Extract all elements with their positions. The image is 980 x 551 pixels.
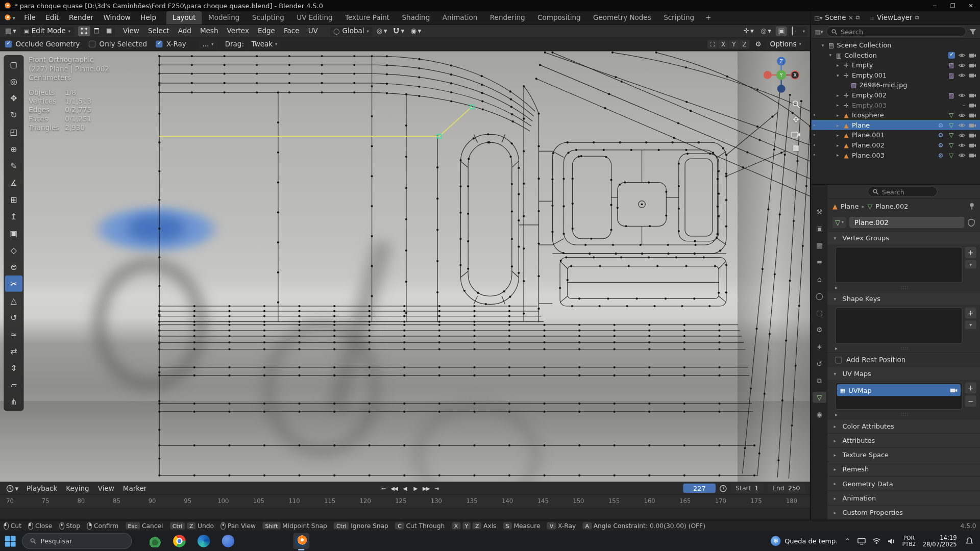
move-tool[interactable]: ✥ (5, 90, 22, 106)
properties-tab-object[interactable]: ▢ (813, 307, 826, 318)
viewport-menu-mesh[interactable]: Mesh (195, 27, 223, 35)
outliner-row-plane[interactable]: •▸▲Plane⚙▽ (811, 120, 980, 130)
panel-geometry-data[interactable]: ▸Geometry Data (827, 476, 980, 490)
cursor-tool[interactable]: ◎ (5, 73, 22, 89)
viewlayer-name[interactable]: ViewLayer (877, 14, 913, 22)
start-frame-field[interactable]: Start1 (731, 484, 764, 493)
panel-custom-properties[interactable]: ▸Custom Properties (827, 505, 980, 519)
zoom-icon[interactable] (792, 100, 800, 109)
eye-icon[interactable] (958, 142, 966, 148)
outliner-row-icosphere[interactable]: •▸▲Icosphere▽ (811, 110, 980, 120)
jump-end-button[interactable]: ⇥ (432, 484, 441, 493)
navigation-gizmo[interactable]: Z X Y (759, 53, 804, 97)
taskbar-app-chrome[interactable] (172, 533, 188, 549)
outliner-row-empty-002[interactable]: ▸✛Empty.002▨ (811, 90, 980, 100)
outliner-row-empty-001[interactable]: ▾✛Empty.001▨ (811, 70, 980, 80)
transform-tool[interactable]: ⊕ (5, 141, 22, 157)
tray-expand-icon[interactable]: ⌃ (845, 537, 850, 545)
properties-search-input[interactable]: Search (868, 186, 938, 197)
properties-tab-material[interactable]: ◉ (813, 409, 826, 420)
knife-tool[interactable]: ✂ (5, 276, 22, 292)
eye-icon[interactable] (958, 72, 966, 78)
add-cube-tool[interactable]: ⊞ (5, 191, 22, 208)
shape-keys-list[interactable] (835, 307, 963, 343)
eye-icon[interactable] (958, 122, 966, 128)
loop-cut-tool[interactable]: ⊜ (5, 259, 22, 275)
timeline-menu-playback[interactable]: Playback (22, 485, 62, 493)
editor-type-icon[interactable]: ▦▾ (3, 26, 19, 36)
rotate-tool[interactable]: ↻ (5, 107, 22, 123)
shading-material-icon[interactable] (798, 30, 799, 31)
toggle-xray-icon[interactable]: ▣ (776, 26, 788, 36)
outliner-row-plane-003[interactable]: •▸▲Plane.003⚙▽ (811, 150, 980, 160)
vertex-groups-panel-header[interactable]: ▾Vertex Groups (827, 231, 980, 244)
pin-icon[interactable] (969, 203, 975, 210)
occlude-geometry-checkbox[interactable] (5, 41, 12, 47)
outliner-row-26986-mid-jpg[interactable]: ▨26986-mid.jpg (811, 80, 980, 90)
notification-center-icon[interactable] (964, 537, 975, 545)
add-workspace-button[interactable]: + (700, 11, 716, 24)
volume-icon[interactable] (887, 538, 895, 544)
viewport-menu-select[interactable]: Select (143, 27, 174, 35)
viewport-menu-view[interactable]: View (118, 27, 143, 35)
outliner-row-scene-collection[interactable]: ▾▤Scene Collection (811, 40, 980, 50)
blender-menu-icon[interactable]: ▾ (0, 11, 19, 24)
remove-uv-map-button[interactable]: − (965, 395, 976, 407)
scene-unlink-icon[interactable]: ✕ (848, 15, 853, 21)
play-reverse-button[interactable]: ◀ (400, 484, 409, 493)
datablock-type-button[interactable]: ▽▾ (832, 217, 846, 228)
breadcrumb-data[interactable]: Plane.002 (875, 203, 908, 210)
shape-key-specials-button[interactable]: ▾ (965, 320, 976, 329)
timeline-editor-icon[interactable]: ▾ (4, 484, 21, 494)
disclosure-icon[interactable]: ▸ (835, 62, 841, 68)
camera-icon[interactable] (969, 92, 976, 98)
pivot-point-icon[interactable]: ◎▾ (374, 26, 390, 36)
add-rest-position-checkbox[interactable] (835, 357, 842, 363)
rip-region-tool[interactable]: ⋔ (5, 393, 22, 410)
outliner-editor-icon[interactable]: ▤▾ (815, 29, 823, 35)
vertex-group-specials-button[interactable]: ▾ (965, 260, 976, 268)
face-select-mode-button[interactable] (103, 26, 115, 36)
camera-icon[interactable] (969, 72, 976, 78)
properties-tab-scene[interactable]: ⌂ (813, 273, 826, 285)
camera-icon[interactable] (969, 62, 976, 68)
tool-settings-gear-icon[interactable]: ⚙ (752, 39, 764, 49)
bevel-tool[interactable]: ◇ (5, 242, 22, 258)
menu-window[interactable]: Window (99, 11, 136, 24)
disclosure-icon[interactable]: ▸ (835, 112, 841, 118)
camera-icon[interactable] (969, 112, 976, 118)
measure-tool[interactable]: ∡ (5, 174, 22, 191)
spin-tool[interactable]: ↺ (5, 309, 22, 325)
timeline-ruler[interactable]: 7075808590951001051101151201251301351401… (0, 495, 810, 508)
shading-dropdown-icon[interactable]: ▾ (803, 29, 805, 34)
shading-wireframe-icon[interactable] (792, 26, 794, 35)
workspace-tab-texture-paint[interactable]: Texture Paint (339, 11, 396, 24)
extrude-region-tool[interactable]: ↥ (5, 208, 22, 224)
workspace-tab-layout[interactable]: Layout (166, 11, 202, 24)
workspace-tab-modeling[interactable]: Modeling (202, 11, 246, 24)
viewport-menu-edge[interactable]: Edge (253, 27, 279, 35)
camera-icon[interactable] (969, 52, 976, 58)
shear-tool[interactable]: ▱ (5, 377, 22, 393)
viewport-menu-vertex[interactable]: Vertex (223, 27, 253, 35)
xray-checkbox[interactable] (156, 41, 162, 47)
outliner-row-plane-001[interactable]: •▸▲Plane.001⚙▽ (811, 130, 980, 140)
outliner-search-input[interactable]: Search (826, 26, 966, 37)
datablock-name-field[interactable]: Plane.002 (849, 217, 964, 228)
panel-texture-space[interactable]: ▸Texture Space (827, 447, 980, 462)
panel-remesh[interactable]: ▸Remesh (827, 462, 980, 476)
timeline-tracks[interactable] (0, 508, 810, 520)
disclosure-icon[interactable]: ▸ (835, 92, 841, 98)
prev-keyframe-button[interactable]: ◀◀ (389, 484, 399, 493)
axis-y-button[interactable]: Y (729, 40, 739, 48)
show-overlays-icon[interactable]: ◎▾ (758, 26, 774, 36)
properties-tab-world[interactable]: ◯ (813, 290, 826, 302)
outliner-row-plane-002[interactable]: •▸▲Plane.002⚙▽ (811, 140, 980, 150)
current-frame-field[interactable]: 227 (683, 484, 716, 493)
vertex-groups-list[interactable] (835, 247, 963, 283)
start-button[interactable] (5, 536, 16, 546)
scale-tool[interactable]: ◰ (5, 123, 22, 140)
camera-icon[interactable] (969, 152, 976, 158)
mode-dropdown[interactable]: ▣ Edit Mode▾ (20, 26, 74, 36)
filter-icon[interactable] (969, 29, 976, 35)
